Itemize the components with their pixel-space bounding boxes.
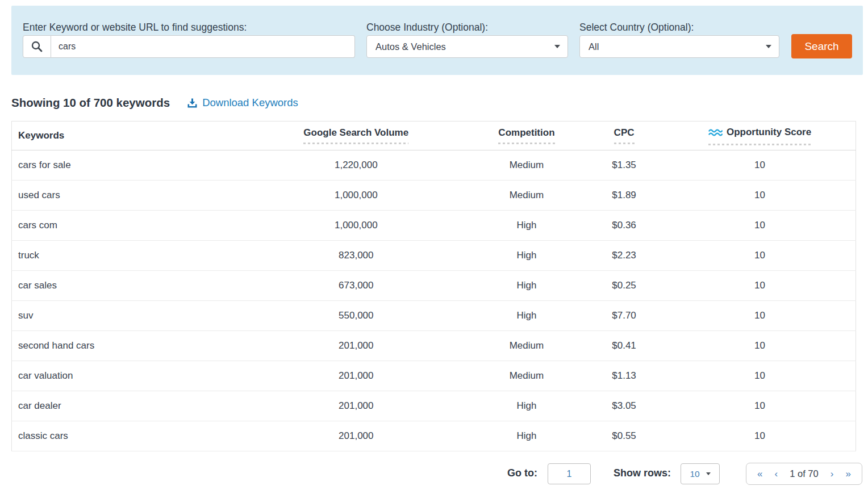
search-button[interactable]: Search bbox=[791, 34, 852, 58]
table-row: car dealer 201,000 High $3.05 10 bbox=[12, 391, 856, 421]
competition-cell: Medium bbox=[469, 361, 584, 391]
table-row: cars com 1,000,000 High $0.36 10 bbox=[12, 211, 856, 241]
search-icon bbox=[23, 35, 51, 58]
cpc-cell: $0.25 bbox=[584, 271, 664, 301]
cpc-cell: $0.55 bbox=[584, 421, 664, 451]
competition-cell: High bbox=[469, 421, 584, 451]
search-volume-cell: 1,000,000 bbox=[243, 211, 469, 241]
page-indicator: 1 of 70 bbox=[790, 468, 818, 479]
competition-cell: Medium bbox=[469, 150, 584, 181]
column-header-competition[interactable]: Competition bbox=[469, 122, 584, 150]
competition-cell: High bbox=[469, 211, 584, 241]
download-icon bbox=[187, 98, 198, 108]
show-rows-label: Show rows: bbox=[614, 467, 671, 479]
table-row: suv 550,000 High $7.70 10 bbox=[12, 301, 856, 331]
keyword-cell: suv bbox=[12, 301, 243, 331]
chevron-down-icon bbox=[554, 45, 560, 48]
cpc-cell: $2.23 bbox=[584, 241, 664, 271]
results-bar: Showing 10 of 700 keywords Download Keyw… bbox=[11, 94, 298, 111]
cpc-cell: $1.89 bbox=[584, 181, 664, 211]
table-footer: Go to: Show rows: 10 « ‹ 1 of 70 › » bbox=[11, 463, 856, 487]
chevron-down-icon bbox=[766, 45, 771, 48]
keywords-table: Keywords Google Search Volume Competitio… bbox=[11, 121, 856, 451]
cpc-cell: $1.35 bbox=[584, 150, 664, 181]
country-field-label: Select Country (Optional): bbox=[579, 22, 694, 33]
search-volume-cell: 201,000 bbox=[243, 391, 469, 421]
competition-cell: High bbox=[469, 391, 584, 421]
keyword-cell: second hand cars bbox=[12, 331, 243, 361]
table-row: truck 823,000 High $2.23 10 bbox=[12, 241, 856, 271]
download-link-label: Download Keywords bbox=[202, 97, 298, 109]
opportunity-score-cell: 10 bbox=[664, 150, 856, 181]
table-row: classic cars 201,000 High $0.55 10 bbox=[12, 421, 856, 451]
table-row: second hand cars 201,000 Medium $0.41 10 bbox=[12, 331, 856, 361]
results-summary: Showing 10 of 700 keywords bbox=[11, 96, 170, 110]
opportunity-score-cell: 10 bbox=[664, 301, 856, 331]
column-header-keywords: Keywords bbox=[12, 122, 243, 150]
competition-cell: Medium bbox=[469, 181, 584, 211]
keyword-cell: car valuation bbox=[12, 361, 243, 391]
competition-cell: High bbox=[469, 241, 584, 271]
opportunity-score-cell: 10 bbox=[664, 391, 856, 421]
industry-select-value: Autos & Vehicles bbox=[375, 41, 446, 52]
search-volume-cell: 1,220,000 bbox=[243, 150, 469, 181]
search-volume-cell: 201,000 bbox=[243, 421, 469, 451]
cpc-cell: $7.70 bbox=[584, 301, 664, 331]
cpc-cell: $0.36 bbox=[584, 211, 664, 241]
table-row: cars for sale 1,220,000 Medium $1.35 10 bbox=[12, 150, 856, 181]
search-volume-cell: 550,000 bbox=[243, 301, 469, 331]
opportunity-score-cell: 10 bbox=[664, 241, 856, 271]
pagination: « ‹ 1 of 70 › » bbox=[746, 463, 862, 485]
table-row: car valuation 201,000 Medium $1.13 10 bbox=[12, 361, 856, 391]
keyword-cell: used cars bbox=[12, 181, 243, 211]
opportunity-score-cell: 10 bbox=[664, 361, 856, 391]
opportunity-score-cell: 10 bbox=[664, 211, 856, 241]
opportunity-score-cell: 10 bbox=[664, 331, 856, 361]
opportunity-score-cell: 10 bbox=[664, 421, 856, 451]
keyword-cell: cars for sale bbox=[12, 150, 243, 181]
show-rows-select[interactable]: 10 bbox=[681, 463, 720, 484]
show-rows-value: 10 bbox=[690, 469, 699, 479]
column-header-opportunity-score[interactable]: Opportunity Score bbox=[664, 122, 856, 150]
download-keywords-link[interactable]: Download Keywords bbox=[187, 97, 298, 109]
column-header-search-volume[interactable]: Google Search Volume bbox=[243, 122, 469, 150]
cpc-cell: $3.05 bbox=[584, 391, 664, 421]
next-page-button[interactable]: › bbox=[831, 469, 834, 479]
keyword-cell: cars com bbox=[12, 211, 243, 241]
keyword-input-group bbox=[23, 35, 355, 58]
opportunity-score-cell: 10 bbox=[664, 271, 856, 301]
keyword-search-input[interactable] bbox=[51, 35, 355, 58]
cpc-cell: $1.13 bbox=[584, 361, 664, 391]
competition-cell: High bbox=[469, 271, 584, 301]
keyword-field-label: Enter Keyword or website URL to find sug… bbox=[23, 22, 247, 33]
industry-field-label: Choose Industry (Optional): bbox=[366, 22, 488, 33]
country-select[interactable]: All bbox=[579, 35, 779, 58]
cpc-cell: $0.41 bbox=[584, 331, 664, 361]
chevron-down-icon bbox=[706, 472, 711, 475]
keyword-cell: car dealer bbox=[12, 391, 243, 421]
last-page-button[interactable]: » bbox=[846, 469, 851, 479]
search-volume-cell: 1,000,000 bbox=[243, 181, 469, 211]
competition-cell: High bbox=[469, 301, 584, 331]
table-header-row: Keywords Google Search Volume Competitio… bbox=[12, 122, 856, 150]
table-row: used cars 1,000,000 Medium $1.89 10 bbox=[12, 181, 856, 211]
search-volume-cell: 201,000 bbox=[243, 361, 469, 391]
goto-page-input[interactable] bbox=[548, 463, 591, 484]
table-row: car sales 673,000 High $0.25 10 bbox=[12, 271, 856, 301]
search-volume-cell: 823,000 bbox=[243, 241, 469, 271]
waves-icon bbox=[708, 128, 723, 139]
industry-select[interactable]: Autos & Vehicles bbox=[366, 35, 568, 58]
search-panel: Enter Keyword or website URL to find sug… bbox=[11, 6, 863, 75]
keyword-cell: car sales bbox=[12, 271, 243, 301]
opportunity-score-cell: 10 bbox=[664, 181, 856, 211]
search-volume-cell: 201,000 bbox=[243, 331, 469, 361]
first-page-button[interactable]: « bbox=[757, 469, 762, 479]
competition-cell: Medium bbox=[469, 331, 584, 361]
search-volume-cell: 673,000 bbox=[243, 271, 469, 301]
keyword-cell: classic cars bbox=[12, 421, 243, 451]
keyword-cell: truck bbox=[12, 241, 243, 271]
country-select-value: All bbox=[589, 41, 599, 52]
goto-page-label: Go to: bbox=[507, 467, 537, 479]
column-header-cpc[interactable]: CPC bbox=[584, 122, 664, 150]
previous-page-button[interactable]: ‹ bbox=[775, 469, 778, 479]
